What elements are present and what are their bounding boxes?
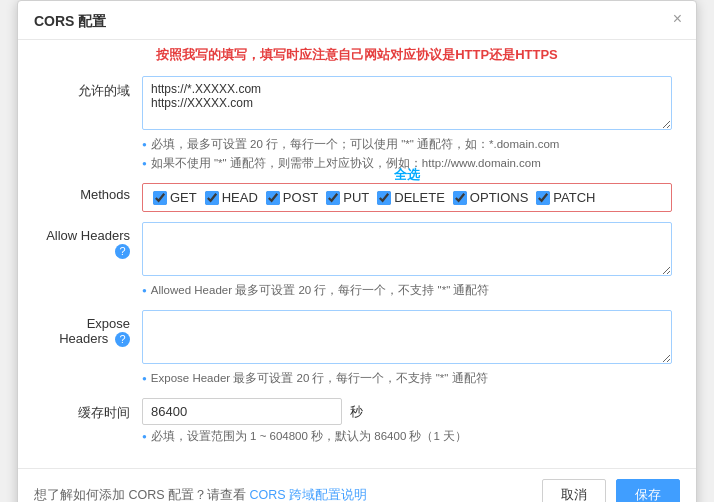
method-post[interactable]: POST [266, 190, 318, 205]
checkbox-options[interactable] [453, 191, 467, 205]
cache-input[interactable]: 86400 [142, 398, 342, 425]
checkbox-put[interactable] [326, 191, 340, 205]
cache-input-row: 86400 秒 [142, 398, 672, 425]
cancel-button[interactable]: 取消 [542, 479, 606, 502]
allow-headers-help-icon[interactable]: ? [115, 244, 130, 259]
select-all-label: 全选 [394, 166, 420, 184]
cache-unit: 秒 [350, 403, 363, 421]
allow-headers-content: Allowed Header 最多可设置 20 行，每行一个，不支持 "*" 通… [142, 222, 672, 298]
expose-headers-row: Expose Headers ? Expose Header 最多可设置 20 … [42, 310, 672, 386]
methods-row: Methods 全选 GET HEAD POST PUT DELETE [42, 183, 672, 212]
expose-headers-label: Expose Headers ? [42, 310, 142, 347]
expose-headers-hint: Expose Header 最多可设置 20 行，每行一个，不支持 "*" 通配… [142, 371, 672, 386]
method-head[interactable]: HEAD [205, 190, 258, 205]
allow-headers-label: Allow Headers ? [42, 222, 142, 259]
footer-actions: 取消 保存 [542, 479, 680, 502]
dialog-title: CORS 配置 [18, 1, 696, 40]
expose-headers-textarea[interactable] [142, 310, 672, 364]
allowed-domain-hint1: 必填，最多可设置 20 行，每行一个；可以使用 "*" 通配符，如：*.doma… [142, 137, 672, 152]
checkbox-head[interactable] [205, 191, 219, 205]
method-options[interactable]: OPTIONS [453, 190, 529, 205]
cors-help-link[interactable]: CORS 跨域配置说明 [250, 488, 368, 502]
method-get[interactable]: GET [153, 190, 197, 205]
footer-help: 想了解如何添加 CORS 配置？请查看 CORS 跨域配置说明 [34, 487, 367, 503]
allowed-domain-label: 允许的域 [42, 76, 142, 100]
allowed-domain-textarea[interactable]: https://*.XXXXX.com https://XXXXX.com [142, 76, 672, 130]
method-put[interactable]: PUT [326, 190, 369, 205]
cache-row: 缓存时间 86400 秒 必填，设置范围为 1 ~ 604800 秒，默认为 8… [42, 398, 672, 444]
method-patch[interactable]: PATCH [536, 190, 595, 205]
save-button[interactable]: 保存 [616, 479, 680, 502]
expose-headers-content: Expose Header 最多可设置 20 行，每行一个，不支持 "*" 通配… [142, 310, 672, 386]
form-body: 允许的域 https://*.XXXXX.com https://XXXXX.c… [18, 68, 696, 468]
expose-headers-help-icon[interactable]: ? [115, 332, 130, 347]
cors-dialog: CORS 配置 × 按照我写的填写，填写时应注意自己网站对应协议是HTTP还是H… [17, 0, 697, 502]
allowed-domain-content: https://*.XXXXX.com https://XXXXX.com 必填… [142, 76, 672, 171]
methods-label: Methods [42, 183, 142, 202]
checkbox-get[interactable] [153, 191, 167, 205]
method-delete[interactable]: DELETE [377, 190, 445, 205]
close-button[interactable]: × [673, 11, 682, 27]
cache-content: 86400 秒 必填，设置范围为 1 ~ 604800 秒，默认为 86400 … [142, 398, 672, 444]
footer-help-text: 想了解如何添加 CORS 配置？请查看 [34, 488, 246, 502]
allowed-domain-row: 允许的域 https://*.XXXXX.com https://XXXXX.c… [42, 76, 672, 171]
cache-label: 缓存时间 [42, 398, 142, 422]
allow-headers-textarea[interactable] [142, 222, 672, 276]
cache-hint: 必填，设置范围为 1 ~ 604800 秒，默认为 86400 秒（1 天） [142, 429, 672, 444]
checkbox-post[interactable] [266, 191, 280, 205]
banner-text: 按照我写的填写，填写时应注意自己网站对应协议是HTTP还是HTTPS [18, 40, 696, 68]
checkbox-patch[interactable] [536, 191, 550, 205]
allow-headers-hint: Allowed Header 最多可设置 20 行，每行一个，不支持 "*" 通… [142, 283, 672, 298]
allow-headers-row: Allow Headers ? Allowed Header 最多可设置 20 … [42, 222, 672, 298]
checkbox-delete[interactable] [377, 191, 391, 205]
methods-box: 全选 GET HEAD POST PUT DELETE OPTIONS [142, 183, 672, 212]
dialog-footer: 想了解如何添加 CORS 配置？请查看 CORS 跨域配置说明 取消 保存 [18, 468, 696, 502]
